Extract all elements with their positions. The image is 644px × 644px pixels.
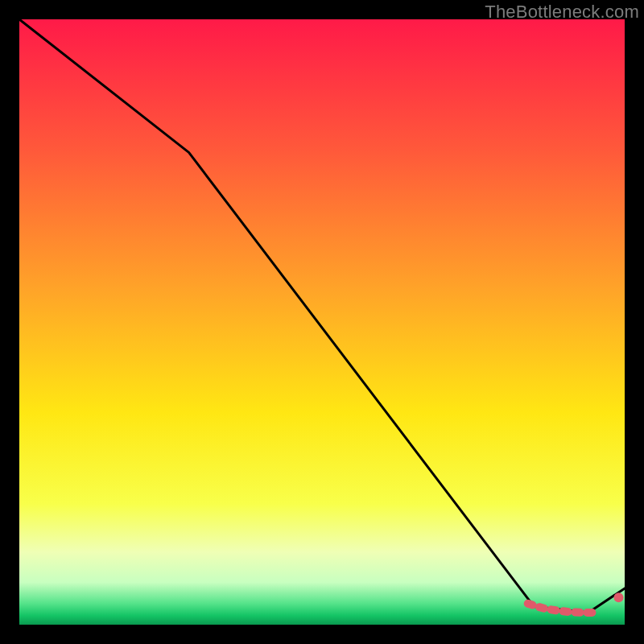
- end-marker-dot: [614, 592, 624, 602]
- gradient-background: [19, 19, 625, 625]
- chart-svg: [19, 19, 625, 625]
- plot-area: [19, 19, 625, 625]
- chart-frame: TheBottleneck.com: [0, 0, 644, 644]
